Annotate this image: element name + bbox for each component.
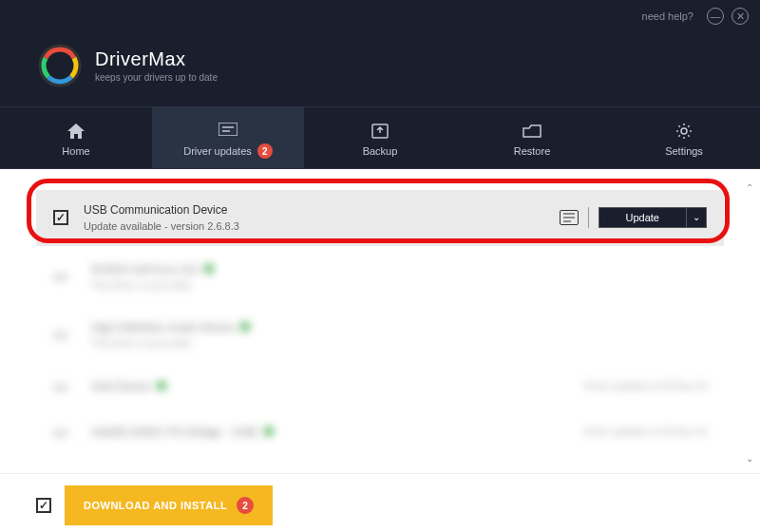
status-dot [204, 264, 214, 274]
update-button[interactable]: Update [598, 207, 687, 228]
nav-home[interactable]: Home [0, 107, 152, 168]
bottom-bar: DOWNLOAD AND INSTALL 2 [0, 473, 760, 532]
nav-label: Backup [363, 145, 398, 157]
app-header: DriverMax keeps your drivers up to date [0, 32, 760, 106]
nav-driver-updates[interactable]: Driver updates 2 [152, 107, 304, 168]
home-icon [66, 123, 86, 140]
details-icon[interactable] [560, 210, 579, 225]
download-badge: 2 [237, 497, 254, 514]
restore-icon [522, 123, 542, 140]
nav-settings[interactable]: Settings [608, 107, 760, 168]
download-label: DOWNLOAD AND INSTALL [84, 500, 227, 511]
select-all-checkbox[interactable] [36, 498, 51, 513]
chip-icon: ▭ [53, 423, 76, 442]
driver-row-blurred: ▭ NVIDIA GeForce 210This driver is up-to… [36, 250, 724, 304]
monitor-icon: ▭ [53, 267, 76, 286]
updates-badge: 2 [257, 143, 273, 159]
backup-icon [370, 123, 390, 140]
device-title: USB Communication Device [84, 201, 544, 218]
download-install-button[interactable]: DOWNLOAD AND INSTALL 2 [65, 485, 273, 525]
driver-row-blurred: ▭ High Definition Audio DeviceThis drive… [36, 308, 724, 362]
content-area: USB Communication Device Update availabl… [0, 169, 760, 473]
update-dropdown[interactable]: ⌄ [687, 207, 707, 228]
scroll-up-icon[interactable]: ⌃ [743, 182, 756, 193]
scrollbar[interactable]: ⌃ ⌄ [743, 182, 756, 464]
minimize-button[interactable]: — [707, 8, 724, 25]
gear-icon [674, 123, 694, 140]
logo-icon [38, 44, 82, 87]
updates-icon [218, 121, 238, 138]
checkbox[interactable] [53, 210, 68, 225]
svg-rect-1 [218, 123, 238, 136]
brand-tagline: keeps your drivers up to date [95, 72, 218, 83]
status-dot [240, 322, 250, 332]
nav-backup[interactable]: Backup [304, 107, 456, 168]
main-nav: Home Driver updates 2 Backup Restore Set… [0, 106, 760, 169]
nav-label: Restore [514, 145, 551, 157]
audio-icon: ▭ [53, 325, 76, 344]
nav-label: Settings [665, 145, 703, 157]
status-dot [157, 381, 166, 390]
driver-row-blurred: ▭ Intel(R) 82801 PCI Bridge - 244E Drive… [36, 411, 724, 453]
status-dot [264, 427, 274, 436]
scroll-down-icon[interactable]: ⌄ [743, 453, 756, 464]
nav-label: Home [62, 145, 89, 157]
driver-row-blurred: ▭ Intel Device Driver updated on 03-Nov-… [36, 366, 724, 408]
brand-name: DriverMax [95, 48, 218, 70]
device-subtitle: Update available - version 2.6.8.3 [84, 218, 544, 235]
chip-icon: ▭ [53, 377, 76, 396]
nav-restore[interactable]: Restore [456, 107, 608, 168]
divider [588, 207, 589, 228]
driver-row-usb[interactable]: USB Communication Device Update availabl… [36, 190, 724, 246]
svg-point-5 [681, 128, 687, 134]
help-link[interactable]: need help? [642, 10, 694, 22]
nav-label: Driver updates [183, 145, 252, 157]
close-button[interactable]: ✕ [732, 8, 749, 25]
